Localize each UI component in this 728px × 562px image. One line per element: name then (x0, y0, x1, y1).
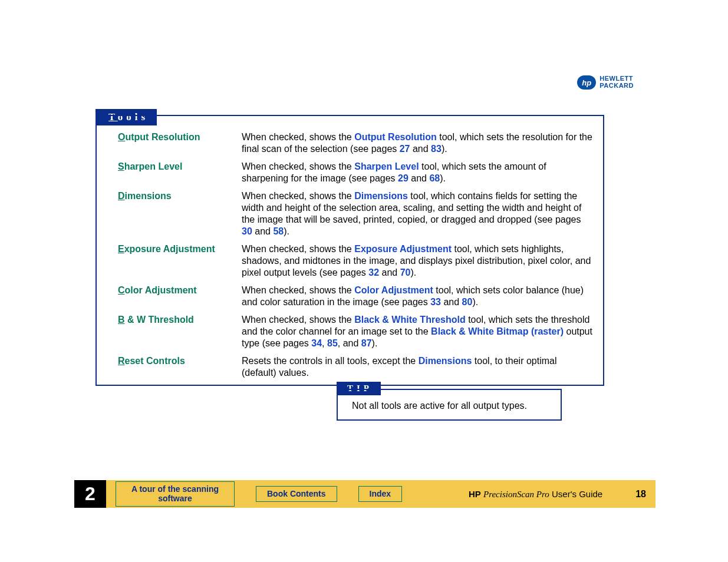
page-link-58[interactable]: 58 (273, 226, 284, 236)
tools-section: Output Resolution When checked, shows th… (95, 115, 604, 386)
guide-product: PrecisionScan Pro (483, 490, 549, 499)
page-link-68[interactable]: 68 (429, 173, 440, 183)
row-output-resolution: Output Resolution When checked, shows th… (118, 131, 592, 155)
label-reset-controls[interactable]: Reset Controls (118, 355, 242, 367)
desc-sharpen-level: When checked, shows the Sharpen Level to… (242, 161, 592, 184)
row-color-adjustment: Color Adjustment When checked, shows the… (118, 285, 592, 308)
link-bw-bitmap[interactable]: Black & White Bitmap (raster) (431, 326, 564, 336)
page-link-32[interactable]: 32 (368, 267, 379, 277)
hp-logo-text: HEWLETT PACKARD (599, 75, 634, 89)
row-reset-controls: Reset Controls Resets the controls in al… (118, 355, 592, 379)
page-link-70[interactable]: 70 (400, 267, 411, 277)
link-output-resolution[interactable]: Output Resolution (354, 132, 437, 142)
label-dimensions[interactable]: Dimensions (118, 190, 242, 202)
label-bw-threshold[interactable]: B & W Threshold (118, 314, 242, 326)
row-bw-threshold: B & W Threshold When checked, shows the … (118, 314, 592, 349)
page-link-87[interactable]: 87 (361, 338, 372, 348)
page-number: 18 (635, 489, 646, 500)
desc-exposure-adjustment: When checked, shows the Exposure Adjustm… (242, 243, 592, 279)
desc-reset-controls: Resets the controls in all tools, except… (242, 355, 592, 379)
page-link-83[interactable]: 83 (431, 144, 442, 154)
page-link-80[interactable]: 80 (462, 297, 473, 307)
hp-logo-badge: hp (577, 75, 596, 90)
index-button[interactable]: Index (358, 486, 403, 502)
link-color-adjustment[interactable]: Color Adjustment (354, 285, 433, 295)
page-link-33[interactable]: 33 (430, 297, 441, 307)
page-footer: 2 A tour of the scanning software Book C… (74, 480, 655, 508)
page-link-34[interactable]: 34 (311, 338, 322, 348)
desc-color-adjustment: When checked, shows the Color Adjustment… (242, 285, 592, 308)
link-dimensions[interactable]: Dimensions (354, 191, 408, 201)
page-link-30[interactable]: 30 (242, 226, 252, 236)
hp-logo: hp HEWLETT PACKARD (577, 75, 634, 90)
label-output-resolution[interactable]: Output Resolution (118, 131, 242, 143)
book-contents-button[interactable]: Book Contents (256, 486, 337, 502)
desc-output-resolution: When checked, shows the Output Resolutio… (242, 131, 592, 155)
row-dimensions: Dimensions When checked, shows the Dimen… (118, 190, 592, 237)
guide-tail: User's Guide (549, 489, 602, 499)
label-exposure-adjustment[interactable]: Exposure Adjustment (118, 243, 242, 255)
label-sharpen-level[interactable]: Sharpen Level (118, 161, 242, 173)
row-sharpen-level: Sharpen Level When checked, shows the Sh… (118, 161, 592, 184)
label-color-adjustment[interactable]: Color Adjustment (118, 285, 242, 296)
desc-bw-threshold: When checked, shows the Black & White Th… (242, 314, 592, 349)
tip-text: Not all tools are active for all output … (352, 401, 527, 411)
page-link-29[interactable]: 29 (398, 173, 409, 183)
row-exposure-adjustment: Exposure Adjustment When checked, shows … (118, 243, 592, 279)
link-bw-threshold[interactable]: Black & White Threshold (354, 315, 465, 325)
desc-dimensions: When checked, shows the Dimensions tool,… (242, 190, 592, 237)
link-sharpen-level[interactable]: Sharpen Level (354, 161, 419, 171)
footer-bar: A tour of the scanning software Book Con… (106, 480, 655, 508)
brand-line2: PACKARD (599, 82, 634, 90)
link-dimensions-2[interactable]: Dimensions (419, 356, 472, 366)
chapter-number: 2 (74, 480, 106, 508)
link-exposure-adjustment[interactable]: Exposure Adjustment (354, 244, 452, 254)
tip-box: Not all tools are active for all output … (337, 389, 562, 421)
guide-title: HP PrecisionScan Pro User's Guide (469, 489, 602, 500)
tools-content: Output Resolution When checked, shows th… (97, 116, 603, 385)
page-link-85[interactable]: 85 (327, 338, 338, 348)
page-link-27[interactable]: 27 (400, 144, 410, 154)
tour-button[interactable]: A tour of the scanning software (116, 481, 235, 507)
guide-hp: HP (469, 489, 481, 499)
